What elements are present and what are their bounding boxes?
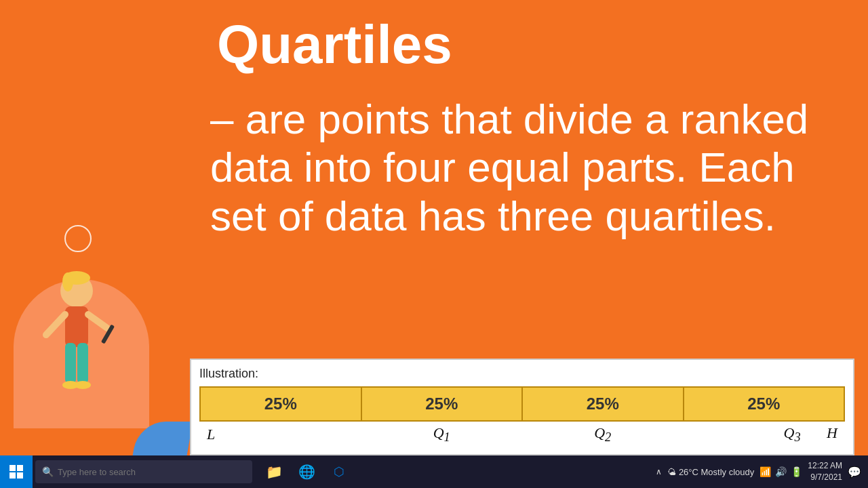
label-L: L [200, 421, 361, 445]
svg-line-5 [88, 314, 107, 328]
taskbar-system-tray: ∧ 🌤 26°C Mostly cloudy 📶 🔊 🔋 12:22 AM 9/… [656, 460, 868, 483]
weather-icon: 🌤 [667, 467, 676, 477]
pct-cell-4: 25% [684, 387, 845, 421]
volume-icon[interactable]: 🔊 [775, 466, 787, 477]
decorative-figure [0, 225, 190, 455]
windows-icon [9, 464, 24, 479]
svg-rect-11 [9, 465, 16, 471]
svg-point-2 [62, 272, 73, 291]
taskbar-time-line1: 12:22 AM [808, 460, 842, 472]
taskbar: 🔍 📁 🌐 ⬡ ∧ 🌤 26°C Mostly cloudy 📶 🔊 🔋 [0, 455, 868, 488]
notification-icon[interactable]: 💬 [848, 466, 861, 479]
head-circle [64, 225, 92, 252]
search-input[interactable] [58, 467, 245, 477]
label-Q2: Q2 [522, 421, 684, 445]
svg-rect-14 [17, 472, 23, 479]
weather-text: 26°C Mostly cloudy [679, 467, 754, 477]
label-Q1: Q1 [361, 421, 523, 445]
taskbar-system-icons: 📶 🔊 🔋 [760, 466, 802, 477]
slide-body-text: – are points that divide a ranked data i… [210, 95, 854, 240]
svg-line-4 [46, 314, 65, 335]
edge-app[interactable]: ⬡ [324, 457, 354, 487]
svg-rect-12 [17, 465, 23, 471]
svg-point-10 [75, 381, 91, 389]
chrome-icon: 🌐 [298, 464, 315, 480]
file-explorer-app[interactable]: 📁 [259, 457, 289, 487]
svg-rect-13 [9, 472, 16, 479]
taskbar-search-bar[interactable]: 🔍 [35, 460, 252, 483]
person-illustration [19, 260, 141, 436]
pct-cell-1: 25% [200, 387, 361, 421]
taskbar-clock[interactable]: 12:22 AM 9/7/2021 [808, 460, 842, 483]
illustration-label: Illustration: [199, 367, 845, 381]
taskbar-time-line2: 9/7/2021 [808, 472, 842, 483]
taskbar-weather: 🌤 26°C Mostly cloudy [667, 467, 754, 477]
quartile-label-row: L Q1 Q2 Q3 H [200, 421, 844, 445]
quartile-table: 25% 25% 25% 25% L Q1 Q2 Q3 H [199, 386, 845, 445]
tray-overflow-icon[interactable]: ∧ [656, 467, 662, 476]
illustration-box: Illustration: 25% 25% 25% 25% L Q1 Q2 Q3… [190, 359, 854, 455]
file-explorer-icon: 📁 [266, 464, 283, 480]
network-icon[interactable]: 📶 [760, 466, 771, 477]
slide-title: Quartiles [217, 14, 452, 76]
svg-rect-8 [77, 343, 88, 384]
search-icon: 🔍 [42, 466, 54, 477]
chrome-app[interactable]: 🌐 [292, 457, 321, 487]
percentage-row: 25% 25% 25% 25% [200, 387, 844, 421]
pct-cell-2: 25% [361, 387, 523, 421]
battery-icon[interactable]: 🔋 [791, 466, 802, 477]
svg-rect-7 [65, 343, 76, 384]
slide-background: Quartiles – are points that divide a ran… [0, 0, 868, 455]
svg-rect-3 [65, 306, 88, 347]
edge-icon: ⬡ [334, 464, 344, 479]
start-button[interactable] [0, 455, 33, 488]
label-Q3: Q3 H [684, 421, 845, 445]
pct-cell-3: 25% [522, 387, 684, 421]
taskbar-apps: 📁 🌐 ⬡ [259, 457, 354, 487]
